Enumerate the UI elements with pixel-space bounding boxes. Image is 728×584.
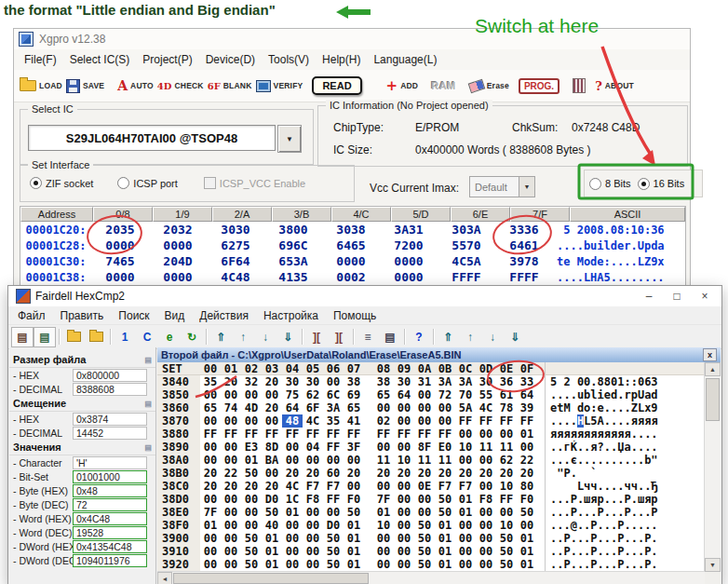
grid-byte[interactable]: 10 bbox=[373, 519, 394, 532]
grid-byte[interactable]: 00 bbox=[221, 414, 241, 428]
grid-byte[interactable]: 64 bbox=[394, 388, 414, 401]
grid-byte[interactable]: 00 bbox=[200, 545, 221, 558]
scroll-first-button[interactable]: ⇑ bbox=[437, 327, 459, 347]
grid-byte[interactable]: 00 bbox=[282, 519, 303, 532]
grid-byte[interactable]: 11 bbox=[496, 441, 517, 454]
read-button[interactable]: READ bbox=[312, 76, 361, 95]
grid-byte[interactable]: 6F bbox=[303, 401, 323, 414]
grid-byte[interactable]: 01 bbox=[517, 428, 537, 441]
grid-byte[interactable]: FF bbox=[496, 493, 517, 506]
grid-byte[interactable]: 00 bbox=[303, 558, 323, 571]
grid-byte[interactable]: 01 bbox=[344, 519, 364, 532]
grid-byte[interactable]: 72 bbox=[435, 388, 455, 401]
grid-byte[interactable]: 01 bbox=[435, 545, 455, 558]
grid-byte[interactable]: 00 bbox=[455, 428, 476, 441]
grid-byte[interactable]: 01 bbox=[344, 545, 364, 558]
grid-byte[interactable]: 00 bbox=[455, 532, 476, 545]
grid-byte[interactable]: 00 bbox=[200, 388, 221, 401]
grid-byte[interactable]: 00 bbox=[373, 401, 394, 414]
grid-byte[interactable]: 00 bbox=[394, 441, 414, 454]
grid-byte[interactable]: 00 bbox=[282, 441, 303, 454]
buffer-word[interactable]: 3336 bbox=[495, 222, 553, 238]
grid-byte[interactable]: 00 bbox=[262, 467, 282, 480]
grid-byte[interactable]: 3A bbox=[323, 401, 344, 414]
hexcmp-menu-поиск[interactable]: Поиск bbox=[111, 308, 156, 323]
grid-byte[interactable]: F0 bbox=[344, 493, 364, 506]
grid-byte[interactable]: 69 bbox=[344, 388, 364, 401]
grid-byte[interactable]: 00 bbox=[200, 454, 221, 467]
grid-byte[interactable]: 01 bbox=[344, 558, 364, 571]
grid-byte[interactable]: 20 bbox=[476, 467, 496, 480]
buffer-word[interactable]: 0000 bbox=[91, 238, 149, 253]
grid-byte[interactable]: 11 bbox=[414, 454, 435, 467]
grid-byte[interactable]: 00 bbox=[262, 388, 282, 401]
buffer-word[interactable]: 2032 bbox=[149, 222, 207, 238]
grid-byte[interactable]: F0 bbox=[517, 493, 537, 506]
socket-button[interactable] bbox=[573, 78, 586, 93]
grid-byte[interactable]: 30 bbox=[476, 375, 496, 388]
grid-byte[interactable]: 48 bbox=[282, 414, 303, 428]
buffer-word[interactable]: 4C48 bbox=[207, 269, 264, 285]
grid-byte[interactable]: 00 bbox=[455, 519, 476, 532]
maximize-button[interactable]: □ bbox=[663, 287, 691, 306]
grid-byte[interactable]: 00 bbox=[200, 414, 221, 428]
grid-byte[interactable]: 00 bbox=[241, 493, 262, 506]
grid-byte[interactable]: FF bbox=[323, 428, 344, 441]
grid-byte[interactable]: 61 bbox=[496, 388, 517, 401]
grid-byte[interactable]: 78 bbox=[496, 401, 517, 414]
icsp-port-radio[interactable]: ICSP port bbox=[117, 177, 178, 189]
xgpro-menu-selectics[interactable]: Select IC(S) bbox=[63, 51, 137, 68]
scroll-up-icon[interactable]: ▲ bbox=[705, 362, 721, 376]
grid-byte[interactable]: 00 bbox=[282, 558, 303, 571]
buffer-word[interactable]: 204D bbox=[149, 253, 207, 269]
grid-byte[interactable]: 50 bbox=[323, 558, 344, 571]
close-file-button[interactable]: x bbox=[703, 348, 717, 361]
grid-byte[interactable]: F7 bbox=[435, 480, 455, 493]
grid-byte[interactable]: 00 bbox=[303, 506, 323, 519]
grid-byte[interactable]: 00 bbox=[476, 428, 496, 441]
grid-byte[interactable]: 00 bbox=[323, 375, 344, 388]
last-difference-button[interactable]: ⇓ bbox=[276, 327, 299, 347]
grid-byte[interactable]: 62 bbox=[303, 388, 323, 401]
buffer-word[interactable]: 3030 bbox=[207, 222, 264, 238]
grid-byte[interactable]: 30 bbox=[394, 375, 414, 388]
grid-byte[interactable]: 65 bbox=[344, 401, 364, 414]
grid-byte[interactable]: FF bbox=[200, 428, 221, 441]
minimize-button[interactable]: – bbox=[635, 287, 663, 306]
grid-byte[interactable]: 35 bbox=[200, 375, 221, 388]
open-second-file-button[interactable] bbox=[85, 327, 107, 347]
grid-byte[interactable]: 3A bbox=[435, 375, 455, 388]
grid-byte[interactable]: 50 bbox=[414, 558, 435, 571]
grid-byte[interactable]: 11 bbox=[435, 454, 455, 467]
grid-byte[interactable]: 11 bbox=[373, 454, 394, 467]
selected-ic-value[interactable]: S29JL064H70TAI00 @TSOP48 bbox=[28, 125, 276, 151]
grid-byte[interactable]: 01 bbox=[435, 519, 455, 532]
grid-byte[interactable]: 00 bbox=[221, 545, 241, 558]
grid-byte[interactable]: 32 bbox=[241, 375, 262, 388]
buffer-word[interactable]: 4C5A bbox=[438, 253, 495, 269]
check-button[interactable]: 4DCHECK bbox=[157, 80, 204, 92]
grid-byte[interactable]: FF bbox=[455, 414, 476, 428]
grid-byte[interactable]: 00 bbox=[200, 441, 221, 454]
grid-byte[interactable]: 00 bbox=[496, 428, 517, 441]
grid-byte[interactable]: 00 bbox=[282, 545, 303, 558]
grid-byte[interactable]: 00 bbox=[394, 506, 414, 519]
grid-byte[interactable]: 50 bbox=[496, 558, 517, 571]
grid-byte[interactable]: 00 bbox=[435, 414, 455, 428]
grid-byte[interactable]: 00 bbox=[303, 532, 323, 545]
grid-byte[interactable]: FF bbox=[303, 428, 323, 441]
open-files-button[interactable]: ▤ bbox=[34, 327, 56, 347]
view-first-file-button[interactable]: 1 bbox=[114, 327, 136, 347]
compare-files-button[interactable]: ▤ bbox=[11, 327, 34, 347]
grid-byte[interactable]: E3 bbox=[241, 441, 262, 454]
vcc-imax-select[interactable]: Default ▼ bbox=[469, 176, 535, 197]
grid-byte[interactable]: 00 bbox=[262, 414, 282, 428]
vertical-scrollbar[interactable]: ▲ ▼ bbox=[704, 362, 721, 572]
hexcmp-menu-помощь[interactable]: Помощь bbox=[326, 308, 384, 323]
xgpro-menu-projectp[interactable]: Project(P) bbox=[136, 51, 198, 68]
grid-byte[interactable]: FF bbox=[476, 414, 496, 428]
grid-byte[interactable]: 01 bbox=[241, 454, 262, 467]
grid-byte[interactable]: 75 bbox=[282, 388, 303, 401]
grid-byte[interactable]: 20 bbox=[373, 467, 394, 480]
grid-byte[interactable]: 64 bbox=[517, 388, 537, 401]
